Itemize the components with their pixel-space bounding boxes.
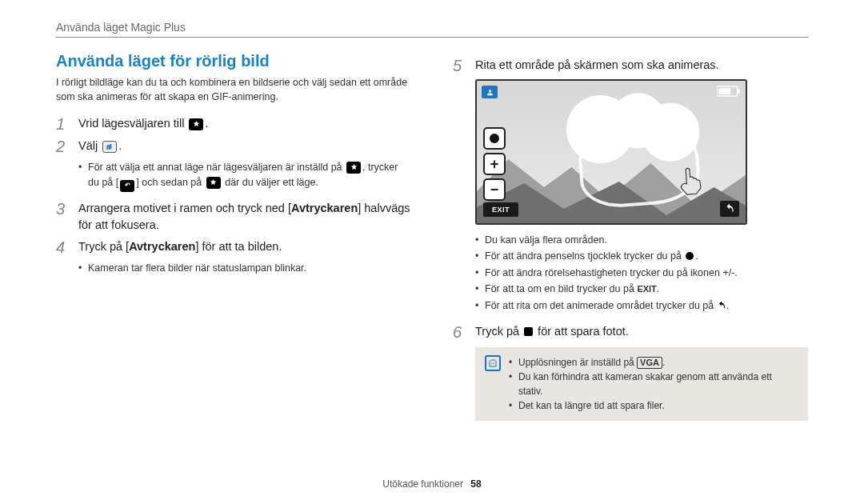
txt: För att ändra penselns tjocklek trycker … [485,250,684,262]
step-number: 4 [56,238,70,256]
tip-speed: För att ändra rörelsehastigheten trycker… [475,266,808,281]
brush-dot-icon [490,134,499,143]
step-number: 5 [453,57,467,74]
tip-retake: För att ta om en bild trycker du på EXIT… [475,282,808,297]
step-2-sub-item: För att välja ett annat läge när lägesvä… [78,160,411,191]
step-4-sub-item: Kameran tar flera bilder när statuslampa… [78,261,411,276]
txt-d: där du väljer ett läge. [222,177,318,188]
touch-hand-icon [670,159,710,202]
step-5: 5 Rita ett område på skärmen som ska ani… [453,57,808,74]
step-number: 3 [56,200,70,234]
motion-mode-icon [102,141,117,153]
speed-minus-button[interactable]: − [483,178,506,201]
tip-brush: För att ändra penselns tjocklek trycker … [475,249,808,264]
drawn-area [577,122,702,210]
step-text-pre: Tryck på [ [78,240,129,253]
brush-size-button[interactable] [483,127,506,150]
mode-dial-icon [346,162,361,174]
note-item-tripod: Du kan förhindra att kameran skakar geno… [509,370,798,398]
step-text-post: ] för att ta bilden. [195,240,282,253]
step-2-sublist: För att välja ett annat läge när lägesvä… [56,160,411,191]
note-list: Upplösningen är inställd på VGA. Du kan … [509,355,798,413]
page-footer: Utökade funktioner 58 [0,478,864,490]
tip-multiple-areas: Du kan välja flera områden. [475,233,808,248]
txt: . [695,250,698,262]
step-body: Arrangera motivet i ramen och tryck ned … [78,200,411,234]
brush-dot-icon [686,252,694,260]
page-number: 58 [470,478,481,490]
step-text-pre: Välj [78,139,101,152]
step-2: 2 Välj . [56,138,411,155]
save-icon [524,327,533,336]
breadcrumb: Använda läget Magic Plus [56,21,808,38]
section-intro: I rörligt bildläge kan du ta och kombine… [56,75,411,104]
step-body: Tryck på för att spara fotot. [475,323,629,341]
note-icon [485,355,501,371]
step-4: 4 Tryck på [Avtryckaren] för att ta bild… [56,238,411,256]
vga-badge: VGA [637,357,662,369]
step-3: 3 Arrangera motivet i ramen och tryck ne… [56,200,411,234]
right-column: 5 Rita ett område på skärmen som ska ani… [453,52,808,421]
manual-page: Använda läget Magic Plus Använda läget f… [0,0,864,504]
txt: För att rita om det animerade området tr… [485,300,717,311]
step-number: 6 [453,323,467,341]
two-column-layout: Använda läget för rörlig bild I rörligt … [56,52,808,421]
step-text-post: för att spara fotot. [534,325,629,338]
battery-indicator-icon [717,86,741,97]
txt: För att ta om en bild trycker du på [485,283,637,294]
mode-badge-icon [482,86,498,98]
svg-rect-1 [738,89,740,94]
note-callout: Upplösningen är inställd på VGA. Du kan … [475,347,808,421]
exit-button[interactable]: EXIT [483,202,518,217]
step-text-pre: Arrangera motivet i ramen och tryck ned … [78,202,291,214]
step-4-sublist: Kameran tar flera bilder när statuslampa… [56,261,411,276]
step-text-post: . [205,117,208,130]
step-text-post: . [118,139,122,152]
back-key-icon: ↶ [120,180,134,192]
txt: . [726,300,729,311]
step-6: 6 Tryck på för att spara fotot. [453,323,808,341]
note-item-resolution: Upplösningen är inställd på VGA. [509,355,798,370]
shutter-label: Avtryckaren [129,240,195,253]
camera-screen-illustration: + − EXIT [475,79,747,225]
step-body: Välj . [78,138,122,155]
step-body: Tryck på [Avtryckaren] för att ta bilden… [78,238,282,256]
step-5-tips: Du kan välja flera områden. För att ändr… [453,233,808,314]
footer-section: Utökade funktioner [382,478,463,490]
brush-controls: + − [483,127,506,201]
step-body: Rita ett område på skärmen som ska anime… [475,57,719,74]
mode-dial-icon [189,118,203,130]
undo-icon [717,300,726,311]
svg-rect-2 [718,88,730,94]
txt: Upplösningen är inställd på [518,357,637,368]
txt-c: ] och sedan på [136,177,204,188]
note-item-savetime: Det kan ta längre tid att spara filer. [509,398,798,413]
txt: . [662,357,665,368]
txt-a: För att välja ett annat läge när lägesvä… [88,162,345,173]
left-column: Använda läget för rörlig bild I rörligt … [56,52,411,421]
section-heading: Använda läget för rörlig bild [56,52,411,70]
shutter-label: Avtryckaren [291,202,358,214]
step-text-pre: Tryck på [475,325,522,338]
step-body: Vrid lägesväljaren till . [78,115,209,133]
step-number: 1 [56,115,70,133]
top-left-badges [482,86,498,98]
speed-plus-button[interactable]: + [483,153,506,175]
step-number: 2 [56,138,70,155]
undo-button[interactable] [720,201,739,217]
step-1: 1 Vrid lägesväljaren till . [56,115,411,133]
mode-select-icon [206,177,221,189]
step-text-pre: Vrid lägesväljaren till [78,117,187,130]
tip-redraw: För att rita om det animerade området tr… [475,298,808,314]
exit-label-inline: EXIT [637,284,656,294]
